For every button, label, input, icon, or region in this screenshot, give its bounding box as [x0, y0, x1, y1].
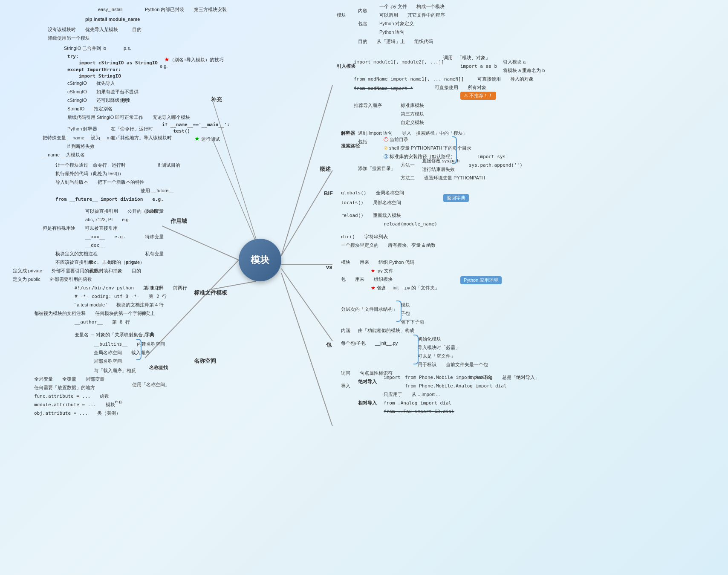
branch-BIF: BIF — [324, 190, 333, 197]
dict-bracket — [136, 339, 142, 360]
module-doc: 模块定义的文档注程 — [55, 251, 98, 257]
abs-always: import 语句 总是「绝对导入」 — [469, 374, 540, 381]
builtins: __builtins__ 内建名称空间 — [94, 341, 165, 347]
branch-名称空间: 名称空间 — [194, 357, 216, 365]
pkg-inner: 内涵 — [341, 327, 350, 334]
public-var: 可以被直接引用 公开的（public） — [85, 208, 163, 214]
py-app-env: Python 应用环境 — [460, 276, 502, 284]
no-module: 没有该模块时 — [48, 26, 76, 33]
py-obj: Python 对象定义 — [379, 20, 414, 27]
downgrade: 降级使用另一个模块 — [48, 35, 90, 41]
search-bracket — [452, 136, 457, 164]
init-required: 初始化模块 — [418, 336, 441, 342]
module-attr: module.attribute = ... 模块 — [34, 402, 115, 408]
star-alias: ★（别名+导入模块）的技巧 — [164, 55, 224, 64]
special-use: 但是有特殊用途 可以被直接引用 — [43, 225, 118, 231]
cstringio-1: cStringIO 优先导入 — [67, 80, 115, 87]
xxx-var: __xxx__ e.g. — [85, 234, 126, 240]
standard-comment: 标准注释 前两行 — [145, 285, 187, 291]
abs-import: 绝对导入 — [358, 379, 377, 385]
code-encap: 代码封装和抽象 目的 — [90, 268, 141, 274]
svg-line-1 — [213, 141, 260, 251]
from-modname: from modName import name1[, ... nameN]] — [354, 76, 464, 82]
meet-import: 遇到 import 语句 导入「搜索路径」中的「模块」 — [358, 130, 468, 136]
import-stmt: import — [384, 374, 401, 381]
dir-desc: 一个模块里定义的 所有模块、变量 & 函数 — [341, 242, 436, 248]
add-search: 添加「搜索目录」 — [358, 165, 396, 172]
from-phone-mobile-dial: from Phone.Mobile.Analog import dial — [405, 383, 506, 389]
branch-补充: 补充 — [211, 96, 222, 104]
custom-lib: 自定义模块 — [401, 119, 424, 126]
dict-desc: 变量名 → 对象的「关系映射集合」 — [75, 332, 147, 338]
dict-label: 字典 — [145, 332, 154, 338]
mindmap-container: 模块 补充 easy_install Python 内部已封装 第三方模块安装 … — [0, 0, 728, 575]
pkg-module: 模块 — [401, 302, 410, 308]
init-bracket — [413, 335, 419, 364]
from-star: from modName import * — [354, 85, 413, 92]
svg-line-2 — [162, 226, 239, 260]
recommend-order: 推荐导入顺序 — [354, 102, 382, 109]
abc-eg: abc, x123, PI e.g. — [85, 217, 130, 223]
func-attr: func.attribute = ... 函数 — [34, 393, 109, 399]
interpreter-label: 解释器 — [341, 130, 355, 136]
other-place: 在「其他地方」导入该模块时 — [111, 135, 172, 141]
pkg-structure: 分层次的「文件目录结构」 — [341, 306, 397, 312]
try-block: try: import cStringIO as StringIOexcept … — [67, 53, 158, 80]
exec-extra: 执行额外的代码（此处为 test()） — [55, 170, 124, 177]
name-module: __name__ 为模块名 — [43, 152, 85, 158]
author: __author__ 第 6 行 — [75, 319, 130, 325]
init-folder: ★ 包含 __init__.py 的「文件夹」 — [371, 285, 439, 291]
ps: p.s. — [124, 45, 131, 52]
import-pkg: 导入 — [341, 383, 350, 389]
python-builtin: Python 内部已封装 — [145, 6, 184, 13]
py-sentence: Python 语句 — [379, 29, 404, 35]
def-public: 定义为 public 外部需要引用的函数 — [13, 276, 92, 283]
future-import: from __future__ import division e.g. — [55, 196, 164, 202]
call-label: 调用 「模块、对象」 — [443, 55, 490, 61]
method1: 方法一 — [401, 162, 415, 168]
line4: 第 4 行 — [149, 302, 164, 308]
one-py: 一个 .py 文件 构成一个模块 — [379, 3, 445, 10]
rel-import: 相对导入 — [358, 400, 377, 406]
use-namespace: 使用「名称空间」 — [132, 381, 170, 388]
import-as: import a as b — [460, 63, 497, 69]
pkg-bracket — [396, 301, 402, 322]
direct-use: 可直接使用 导入的对象 — [477, 76, 534, 82]
local-ns: 局部名称空间 — [94, 358, 122, 364]
eg-label2: e.g. — [115, 399, 123, 405]
coding: # -*- coding: utf-8 -*- 第 2 行 — [75, 293, 167, 300]
module-doc-comment: ' a test module ' 模块的文档注释 — [75, 302, 149, 308]
vs-load: 与「载入顺序」相反 — [94, 367, 136, 374]
branch-vs: vs — [326, 263, 332, 271]
mudi: 目的 — [132, 26, 142, 33]
cstringio-3: cStringIO 还可以降级使用 — [67, 97, 129, 104]
sys-append: sys.path.append('') — [469, 162, 523, 168]
pip-install: pip install module_name — [85, 16, 140, 23]
star-run-test: ★ 运行测试 — [194, 135, 220, 143]
third-party: 第三方模块安装 — [194, 6, 227, 13]
current-dir: ① 当前目录 — [384, 136, 408, 143]
direct-use-all: 可直接使用 所有对象 — [435, 84, 486, 91]
stringio-merge: StringIO 已合并到 io — [64, 45, 106, 52]
from-analog: from .Analog import dial — [384, 400, 451, 406]
引入模块a: 引入模块 a — [503, 59, 526, 65]
doc-var: __doc__ — [85, 242, 105, 248]
can-call: 可以调用 其它文件中的程序 — [379, 12, 445, 18]
run-then-fail: 运行结束后失效 — [422, 166, 455, 173]
center-node: 模块 — [239, 239, 281, 281]
branch-作用域: 作用域 — [170, 217, 187, 225]
mudi2: 目的 从「逻辑」上 组织代码 — [358, 38, 433, 45]
rename-a: 将模块 a 重命名为 b — [503, 67, 545, 74]
module-section: 模块 — [337, 12, 346, 18]
identify: 用于标识 当前文件夹是一个包 — [418, 361, 488, 368]
branch-标准文件模板: 标准文件模板 — [194, 289, 227, 297]
third-lib: 第三方模块 — [401, 111, 424, 117]
svg-line-4 — [281, 170, 332, 256]
method2: 方法二 设置环境变量 PYTHONPATH — [401, 175, 485, 181]
import-version: 导入到当前版本 把下一个新版本的特性 — [55, 179, 144, 185]
def-private: 定义成 private 外部不需要引用的函数 — [13, 268, 98, 274]
pkg-subsub: 包下下子包 — [401, 319, 424, 325]
std-lib: 标准库模块 — [401, 102, 424, 109]
svg-line-8 — [281, 273, 332, 426]
not-recommend: ⚠ 不推荐！！ — [460, 92, 496, 100]
